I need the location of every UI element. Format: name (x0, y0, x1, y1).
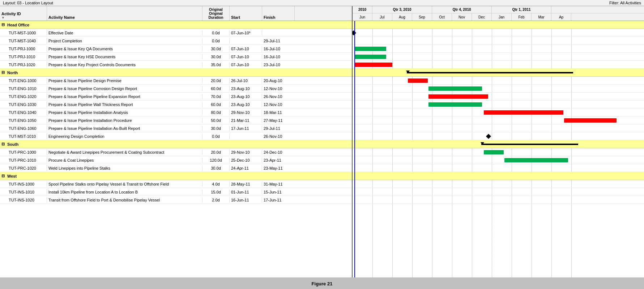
gantt-bar (428, 86, 482, 91)
header-activity-id[interactable]: Activity ID ▼ (0, 6, 47, 21)
table-row: TUT-MST-1000 Effective Date 0.0d 07-Jun-… (0, 29, 352, 37)
quarter-cell-extra (551, 6, 571, 13)
cell-activity-name: Effective Date (47, 30, 202, 36)
cell-start: 07-Jun-10 (230, 46, 262, 52)
cell-finish: 23-Jul-10 (262, 62, 295, 68)
cell-finish: 17-Jun-11 (262, 197, 295, 203)
cell-duration: 50.0d (202, 118, 230, 123)
gantt-bar (428, 102, 482, 107)
group-toggle[interactable]: ⊟ (0, 69, 6, 76)
gantt-body (353, 21, 644, 277)
month-cell-ap: Ap (551, 13, 571, 21)
cell-activity-name: Install 10km Pipeline from Location A to… (47, 189, 202, 195)
cell-duration: 0.0d (202, 30, 230, 36)
table-row: TUT-ENG-1010 Prepare & Issue Pipeline Co… (0, 85, 352, 93)
cell-start: 21-Mar-11 (230, 118, 262, 123)
cell-duration: 30.0d (202, 126, 230, 131)
quarter-cell-qtr1: Qtr 1, 2011 (492, 6, 551, 13)
cell-activity-name: Prepare & Issue Pipeline Design Premise (47, 78, 202, 84)
table-row: TUT-PRC-1020 Weld Linepipes into Pipelin… (0, 164, 352, 172)
cell-finish: 27-May-11 (262, 118, 295, 123)
cell-activity-name: Prepare & Issue Key Project Controls Doc… (47, 62, 202, 68)
cell-activity-id: TUT-ENG-1020 (0, 94, 47, 99)
month-cell-dec: Dec (472, 13, 492, 21)
today-line (354, 21, 355, 277)
cell-duration: 30.0d (202, 46, 230, 52)
cell-finish: 24-Dec-10 (262, 149, 295, 155)
gantt-activity-row (353, 164, 644, 172)
gantt-bar (408, 78, 428, 83)
group-toggle[interactable]: ⊟ (0, 173, 6, 179)
table-header: Activity ID ▼ Activity Name Original Ori… (0, 6, 352, 21)
month-cell-sep: Sep (412, 13, 432, 21)
cell-activity-name: Prepare & Issue Pipeline Installation As… (47, 126, 202, 131)
cell-finish: 23-Apr-11 (262, 157, 295, 163)
main-container: Layout: 03 - Location Layout Filter: All… (0, 0, 644, 289)
gantt-bar (504, 158, 568, 162)
group-toggle[interactable]: ⊟ (0, 22, 6, 28)
gantt-activity-row (353, 148, 644, 156)
group-toggle[interactable]: ⊟ (0, 141, 6, 147)
cell-finish (262, 32, 295, 34)
gantt-bar (428, 94, 488, 99)
cell-activity-id: TUT-ENG-1010 (0, 86, 47, 92)
gantt-bar (484, 110, 563, 115)
cell-finish: 15-Jun-11 (262, 189, 295, 195)
cell-duration: 15.0d (202, 189, 230, 195)
header-duration[interactable]: Original Original Duration (202, 6, 230, 21)
cell-finish: 16-Jul-10 (262, 54, 295, 60)
cell-start: 07-Jun-10 (230, 54, 262, 60)
cell-finish: 26-Nov-10 (262, 94, 295, 99)
cell-start: 23-Aug-10 (230, 86, 262, 92)
cell-duration: 20.0d (202, 149, 230, 155)
month-cell-oct: Oct (432, 13, 452, 21)
gantt-activity-row (353, 85, 644, 93)
cell-activity-id: TUT-PRC-1000 (0, 149, 47, 155)
cell-start: 26-Jul-10 (230, 78, 262, 84)
cell-activity-name: Project Completion (47, 38, 202, 44)
cell-duration: 35.0d (202, 62, 230, 68)
cell-start: 24-Apr-11 (230, 165, 262, 171)
cell-duration: 4.0d (202, 181, 230, 187)
table-row: TUT-PRC-1000 Negotiate & Award Linepipes… (0, 148, 352, 156)
cell-finish: 31-May-11 (262, 181, 295, 187)
header-start[interactable]: Start (230, 6, 262, 21)
gantt-activity-row (353, 132, 644, 140)
cell-finish: 29-Jul-11 (262, 38, 295, 44)
header-finish[interactable]: Finish (262, 6, 295, 21)
cell-activity-name: Prepare & Issue Key HSE Documents (47, 54, 202, 60)
cell-finish: 12-Nov-10 (262, 102, 295, 107)
table-row: TUT-ENG-1060 Prepare & Issue Pipeline In… (0, 124, 352, 132)
cell-finish: 12-Nov-10 (262, 86, 295, 92)
cell-activity-name: Prepare & Issue Pipeline Wall Thickness … (47, 102, 202, 107)
cell-activity-id: TUT-PRJ-1010 (0, 54, 47, 60)
gantt-group-row (353, 140, 644, 148)
cell-start: 16-Jun-11 (230, 197, 262, 203)
cell-duration: 70.0d (202, 94, 230, 99)
cell-duration: 0.0d (202, 38, 230, 44)
cell-start: 29-Nov-10 (230, 149, 262, 155)
table-row: TUT-PRJ-1000 Prepare & Issue Key QA Docu… (0, 45, 352, 53)
cell-activity-id: TUT-ENG-1040 (0, 110, 47, 115)
table-row: TUT-PRJ-1020 Prepare & Issue Key Project… (0, 61, 352, 69)
cell-finish: 16-Jul-10 (262, 46, 295, 52)
gantt-panel: 2010 Qtr 3, 2010 Qtr 4, 2010 Qtr 1, 2011… (353, 6, 644, 277)
cell-start: 01-Jun-11 (230, 189, 262, 195)
milestone-marker (486, 134, 491, 139)
cell-start (230, 136, 262, 137)
cell-activity-name: Prepare & Issue Pipeline Corrosion Desig… (47, 86, 202, 92)
cell-activity-name: Spool Pipeline Stalks onto Pipelay Vesse… (47, 181, 202, 187)
gantt-activity-row (353, 77, 644, 85)
cell-activity-name: Prepare & Issue Pipeline Pipeline Expans… (47, 94, 202, 99)
table-row: TUT-ENG-1020 Prepare & Issue Pipeline Pi… (0, 93, 352, 101)
header-activity-name[interactable]: Activity Name (47, 6, 202, 21)
group-row-west: ⊟ West (0, 172, 352, 180)
gantt-activity-row (353, 180, 644, 188)
month-cell-nov: Nov (452, 13, 472, 21)
cell-activity-name: Engineering Design Completion (47, 133, 202, 139)
gantt-summary-bar (407, 72, 573, 73)
cell-duration: 20.0d (202, 78, 230, 84)
table-row: TUT-ENG-1050 Prepare & Issue Pipeline In… (0, 116, 352, 124)
cell-finish: 26-Nov-10 (262, 133, 295, 139)
cell-activity-id: TUT-MST-1040 (0, 38, 47, 44)
